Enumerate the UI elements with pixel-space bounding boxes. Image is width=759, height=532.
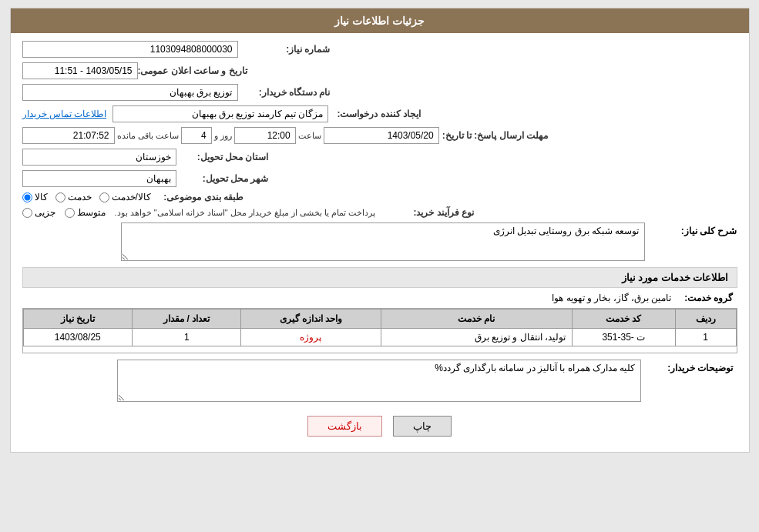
page-container: جزئیات اطلاعات نیاز شماره نیاز: تاریخ و …	[10, 8, 750, 453]
services-table: ردیف کد خدمت نام خدمت واحد اندازه گیری ت…	[23, 309, 737, 346]
page-header: جزئیات اطلاعات نیاز	[11, 8, 749, 33]
purchase-type-radio-medium[interactable]	[65, 208, 75, 218]
service-group-value: تامین برق، گاز، بخار و تهویه هوا	[552, 293, 671, 303]
category-radio-group: کالا/خدمت خدمت کالا	[22, 192, 151, 202]
category-khedmat-label: خدمت	[68, 192, 92, 202]
table-header-row: ردیف کد خدمت نام خدمت واحد اندازه گیری ت…	[23, 309, 736, 329]
category-option-khedmat[interactable]: خدمت	[55, 192, 92, 202]
category-option-kala[interactable]: کالا	[22, 192, 48, 202]
province-row: استان محل تحویل:	[22, 149, 737, 166]
buyer-org-input[interactable]	[22, 84, 238, 101]
category-radio-kala-khedmat[interactable]	[99, 192, 109, 202]
need-number-input[interactable]	[22, 41, 238, 58]
purchase-type-partial[interactable]: جزیی	[22, 207, 55, 218]
creator-label: ایجاد کننده درخواست:	[328, 109, 421, 119]
services-table-wrapper: ردیف کد خدمت نام خدمت واحد اندازه گیری ت…	[22, 308, 737, 353]
description-box: شرح کلی نیاز:	[22, 223, 737, 261]
purchase-type-options: پرداخت تمام یا بخشی از مبلغ خریدار محل "…	[22, 207, 382, 218]
col-date: تاریخ نیاز	[23, 309, 133, 329]
city-label: شهر محل تحویل:	[176, 173, 269, 184]
province-label: استان محل تحویل:	[176, 152, 269, 162]
announcement-date-input[interactable]	[22, 62, 138, 79]
buyer-notes-row: توضیحات خریدار:	[22, 360, 737, 402]
description-label: شرح کلی نیاز:	[645, 223, 737, 236]
deadline-row: مهلت ارسال پاسخ: تا تاریخ: ساعت روز و سا…	[22, 127, 737, 144]
category-kala-label: کالا	[35, 192, 48, 202]
buyer-notes-label: توضیحات خریدار:	[641, 360, 734, 373]
services-section-title: اطلاعات خدمات مورد نیاز	[22, 267, 737, 288]
category-option-kala-khedmat[interactable]: کالا/خدمت	[99, 192, 151, 202]
content-area: شماره نیاز: تاریخ و ساعت اعلان عمومی: نا…	[11, 33, 749, 452]
city-input[interactable]	[22, 170, 176, 187]
purchase-note: پرداخت تمام یا بخشی از مبلغ خریدار محل "…	[115, 208, 376, 218]
col-quantity: تعداد / مقدار	[133, 309, 241, 329]
print-button[interactable]: چاپ	[393, 416, 452, 437]
buyer-org-row: نام دستگاه خریدار:	[22, 84, 737, 101]
cell-service-code: ت -35-351	[573, 329, 676, 346]
cell-service-name: تولید، انتقال و توزیع برق	[381, 329, 572, 346]
buyer-notes-textarea[interactable]	[117, 360, 641, 402]
cell-row-num: 1	[675, 329, 736, 346]
category-label: طبقه بندی موضوعی:	[151, 192, 243, 202]
need-number-label: شماره نیاز:	[238, 44, 331, 55]
cell-date: 1403/08/25	[23, 329, 133, 346]
service-group-row: گروه خدمت: تامین برق، گاز، بخار و تهویه …	[22, 293, 737, 303]
service-group-label: گروه خدمت:	[672, 293, 734, 303]
cell-quantity: 1	[133, 329, 241, 346]
purchase-medium-label: متوسط	[77, 207, 106, 218]
deadline-time-input[interactable]	[234, 127, 296, 144]
deadline-remaining-input[interactable]	[22, 127, 115, 144]
deadline-date-input[interactable]	[324, 127, 439, 144]
description-textarea[interactable]	[121, 223, 645, 261]
announcement-date-row: تاریخ و ساعت اعلان عمومی:	[22, 62, 737, 79]
col-unit: واحد اندازه گیری	[241, 309, 381, 329]
need-number-row: شماره نیاز:	[22, 41, 737, 58]
page-title: جزئیات اطلاعات نیاز	[334, 15, 425, 27]
city-row: شهر محل تحویل:	[22, 170, 737, 187]
purchase-type-medium[interactable]: متوسط	[65, 207, 106, 218]
purchase-partial-label: جزیی	[35, 207, 55, 218]
purchase-type-label: نوع فرآیند خرید:	[381, 207, 474, 218]
category-row: طبقه بندی موضوعی: کالا/خدمت خدمت کالا	[22, 192, 737, 202]
province-input[interactable]	[22, 149, 176, 166]
deadline-label: مهلت ارسال پاسخ: تا تاریخ:	[442, 130, 548, 141]
deadline-date-part: ساعت روز و ساعت باقی مانده	[22, 127, 439, 144]
deadline-days-label: روز و	[214, 131, 232, 141]
cell-unit: پروژه	[241, 329, 381, 346]
deadline-remaining-label: ساعت باقی مانده	[117, 131, 179, 141]
col-service-name: نام خدمت	[381, 309, 572, 329]
action-buttons: چاپ بازگشت	[22, 408, 737, 444]
back-button[interactable]: بازگشت	[307, 416, 382, 437]
category-kala-khedmat-label: کالا/خدمت	[112, 192, 151, 202]
creator-input[interactable]	[113, 105, 328, 122]
purchase-type-radio-partial[interactable]	[22, 208, 32, 218]
announcement-date-label: تاریخ و ساعت اعلان عمومی:	[138, 65, 247, 76]
col-service-code: کد خدمت	[573, 309, 676, 329]
buyer-org-label: نام دستگاه خریدار:	[238, 87, 331, 98]
contact-link[interactable]: اطلاعات تماس خریدار	[22, 109, 107, 119]
category-radio-kala[interactable]	[22, 192, 32, 202]
deadline-days-input[interactable]	[181, 127, 212, 144]
col-row-num: ردیف	[675, 309, 736, 329]
creator-row: ایجاد کننده درخواست: اطلاعات تماس خریدار	[22, 105, 737, 122]
purchase-type-row: نوع فرآیند خرید: پرداخت تمام یا بخشی از …	[22, 207, 737, 218]
deadline-time-label: ساعت	[298, 131, 321, 141]
category-radio-khedmat[interactable]	[55, 192, 65, 202]
table-row: 1 ت -35-351 تولید، انتقال و توزیع برق پر…	[23, 329, 736, 346]
